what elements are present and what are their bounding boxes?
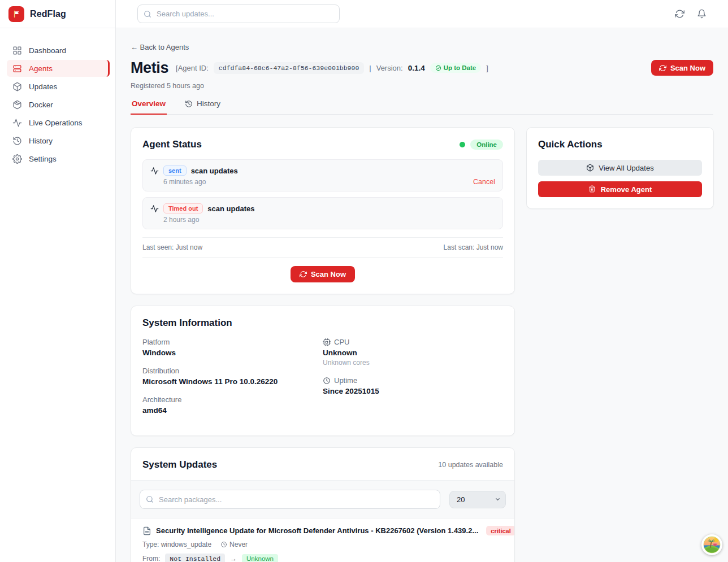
- history-icon: [185, 100, 193, 108]
- up-to-date-badge: Up to Date: [430, 63, 482, 73]
- page-size-select[interactable]: 20: [449, 491, 506, 508]
- brand-name: RedFlag: [30, 9, 66, 19]
- sidebar-item-docker[interactable]: Docker: [7, 96, 110, 113]
- event-row: sent scan updates 6 minutes ago Cancel: [142, 159, 503, 191]
- trash-icon: [588, 185, 596, 193]
- package-search-input[interactable]: [140, 490, 440, 509]
- agent-header: Metis [Agent ID: cdfdfa84-68c6-47a2-8f56…: [131, 59, 713, 77]
- check-circle-icon: [435, 65, 441, 71]
- package-icon: [586, 164, 594, 172]
- remove-agent-button[interactable]: Remove Agent: [538, 181, 702, 197]
- event-row: Timed out scan updates 2 hours ago: [142, 197, 503, 229]
- package-title: Security Intelligence Update for Microso…: [156, 526, 478, 535]
- package-row: Security Intelligence Update for Microso…: [131, 519, 514, 562]
- sidebar-item-label: Updates: [29, 82, 57, 91]
- bracket-close: ]: [486, 64, 488, 72]
- online-status: Online: [460, 140, 503, 150]
- online-dot-icon: [460, 142, 465, 147]
- redflag-logo-icon: [8, 6, 24, 22]
- quick-actions-card: Quick Actions View All Updates Remove Ag…: [526, 127, 714, 209]
- sidebar-item-live-operations[interactable]: Live Operations: [7, 114, 110, 131]
- topbar: [116, 0, 728, 28]
- arrow-right-icon: →: [230, 555, 237, 562]
- cancel-link[interactable]: Cancel: [473, 178, 495, 186]
- page-title: Metis: [131, 59, 168, 77]
- view-all-updates-button[interactable]: View All Updates: [538, 160, 702, 176]
- updates-toolbar: 20: [131, 480, 514, 519]
- refresh-icon: [659, 64, 666, 72]
- event-time: 6 minutes ago: [163, 178, 206, 186]
- version-label: Version:: [376, 64, 403, 72]
- island-widget-button[interactable]: [701, 534, 722, 555]
- sidebar-item-dashboard[interactable]: Dashboard: [7, 42, 110, 59]
- sidebar: RedFlag Dashboard Agents Updates Docker …: [0, 0, 116, 562]
- sidebar-item-updates[interactable]: Updates: [7, 78, 110, 95]
- event-time: 2 hours ago: [163, 216, 199, 224]
- sidebar-item-settings[interactable]: Settings: [7, 150, 110, 167]
- severity-badge: critical: [486, 526, 515, 535]
- online-badge: Online: [470, 140, 503, 150]
- from-label: From:: [142, 555, 160, 562]
- tab-history[interactable]: History: [184, 99, 222, 114]
- back-to-agents-link[interactable]: ← Back to Agents: [131, 43, 189, 51]
- event-list: sent scan updates 6 minutes ago Cancel: [142, 159, 503, 229]
- cpu-field: CPU Unknown Unknown cores: [323, 338, 503, 367]
- card-title: System Information: [142, 317, 503, 329]
- refresh-icon: [300, 271, 307, 278]
- version-value: 0.1.4: [408, 64, 425, 72]
- registered-text: Registered 5 hours ago: [131, 82, 713, 90]
- sidebar-item-label: Dashboard: [29, 46, 66, 55]
- package-icon: [12, 82, 22, 92]
- agent-status-card: Agent Status Online sent scan updates: [131, 127, 515, 294]
- global-search: [137, 5, 340, 23]
- content-grid: Agent Status Online sent scan updates: [131, 127, 713, 562]
- history-icon: [12, 136, 22, 146]
- card-title: System Updates: [142, 459, 217, 470]
- event-action: scan updates: [207, 204, 254, 213]
- architecture-field: Architecture amd64: [142, 395, 323, 415]
- agent-meta: [Agent ID: cdfdfa84-68c6-47a2-8f56-639e0…: [176, 62, 488, 74]
- sidebar-item-label: History: [29, 137, 53, 145]
- updates-count: 10 updates available: [438, 461, 503, 469]
- distribution-field: Distribution Microsoft Windows 11 Pro 10…: [142, 367, 323, 386]
- grid-icon: [12, 46, 22, 55]
- sidebar-nav: Dashboard Agents Updates Docker Live Ope…: [0, 28, 115, 167]
- search-icon: [146, 495, 154, 503]
- event-status-badge: Timed out: [163, 203, 203, 214]
- bell-icon[interactable]: [697, 9, 707, 19]
- sidebar-item-history[interactable]: History: [7, 132, 110, 149]
- last-scan: Last scan: Just now: [444, 243, 503, 251]
- to-version: Unknown: [242, 554, 278, 562]
- agent-status-header: Agent Status Online: [142, 139, 503, 150]
- scan-now-button[interactable]: Scan Now: [291, 266, 355, 282]
- uptime-field: Uptime Since 20251015: [323, 376, 503, 395]
- sidebar-item-label: Docker: [29, 101, 53, 109]
- cube-icon: [12, 100, 22, 110]
- tab-overview[interactable]: Overview: [131, 99, 167, 114]
- card-title: Agent Status: [142, 139, 202, 150]
- main-content: ← Back to Agents Metis [Agent ID: cdfdfa…: [116, 28, 728, 562]
- right-side: ← Back to Agents Metis [Agent ID: cdfdfa…: [116, 0, 728, 562]
- sidebar-item-label: Live Operations: [29, 119, 83, 127]
- agent-id-value: cdfdfa84-68c6-47a2-8f56-639e001bb900: [214, 62, 364, 74]
- platform-field: Platform Windows: [142, 338, 323, 357]
- activity-icon: [12, 118, 22, 128]
- sidebar-item-agents[interactable]: Agents: [7, 60, 110, 77]
- from-version: Not Installed: [165, 554, 225, 562]
- scan-meta-row: Last seen: Just now Last scan: Just now: [142, 237, 503, 258]
- file-text-icon: [142, 526, 151, 535]
- brand-header: RedFlag: [0, 0, 115, 28]
- package-type: Type: windows_update: [142, 541, 211, 548]
- refresh-icon[interactable]: [675, 9, 684, 19]
- gear-icon: [12, 154, 22, 164]
- topbar-actions: [675, 9, 707, 19]
- scan-now-button[interactable]: Scan Now: [651, 60, 713, 76]
- activity-icon: [150, 167, 159, 175]
- server-icon: [12, 64, 22, 73]
- system-information-card: System Information Platform Windows Dist…: [131, 306, 515, 436]
- tab-bar: Overview History: [131, 99, 713, 115]
- global-search-input[interactable]: [137, 5, 340, 23]
- clock-icon: [323, 377, 331, 385]
- package-time: Never: [229, 541, 248, 548]
- event-status-badge: sent: [163, 165, 187, 176]
